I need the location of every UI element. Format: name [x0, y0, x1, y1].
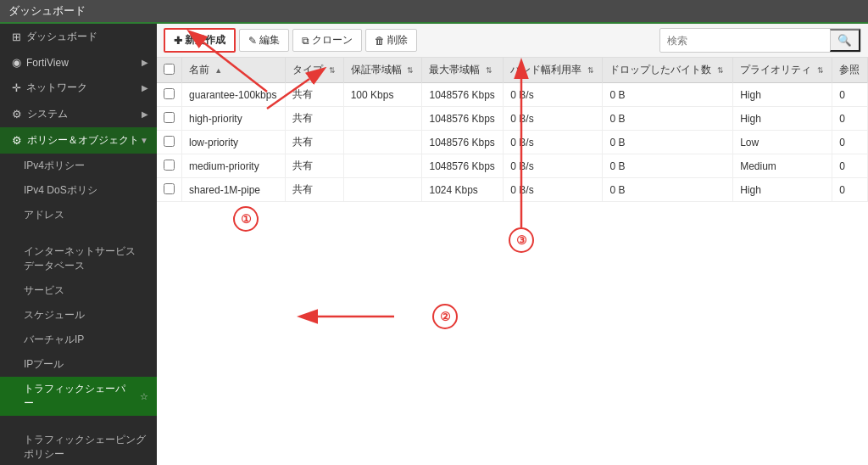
- sidebar-item-ipv4-policy[interactable]: IPv4ポリシー: [0, 154, 157, 178]
- col-dropped-bytes[interactable]: ドロップしたバイト数 ⇅: [603, 58, 733, 83]
- table-row[interactable]: shared-1M-pipe 共有 1024 Kbps 0 B/s 0 B Hi…: [157, 178, 868, 202]
- col-priority[interactable]: プライオリティ ⇅: [733, 58, 832, 83]
- cell-priority: Low: [733, 131, 832, 154]
- col-max-bw-label: 最大帯域幅: [429, 64, 480, 76]
- sidebar-item-traffic-shaper[interactable]: トラフィックシェーパー ☆: [0, 377, 157, 416]
- col-reference-label: 参照: [839, 64, 860, 76]
- sub-item-label: インターネットサービス データベース: [24, 245, 136, 272]
- fortiview-icon: ◉: [12, 56, 21, 69]
- table-row[interactable]: low-priority 共有 1048576 Kbps 0 B/s 0 B L…: [157, 131, 868, 154]
- table-row[interactable]: guarantee-100kbps 共有 100 Kbps 1048576 Kb…: [157, 83, 868, 107]
- sidebar-item-virtual-ip[interactable]: バーチャルIP: [0, 328, 157, 352]
- sidebar-item-ip-pool[interactable]: IPプール: [0, 352, 157, 377]
- cell-dropped-bytes: 0 B: [603, 83, 733, 107]
- sort-icon: ⇅: [407, 66, 414, 75]
- row-checkbox[interactable]: [164, 136, 175, 147]
- sidebar-item-label: ダッシュボード: [26, 30, 97, 44]
- checkbox-header[interactable]: [157, 58, 182, 83]
- cell-bw-util: 0 B/s: [504, 107, 603, 131]
- chevron-icon: ▶: [142, 83, 148, 92]
- cell-priority: High: [733, 107, 832, 131]
- edit-button[interactable]: ✎ 編集: [239, 29, 289, 52]
- chevron-down-icon: ▼: [140, 136, 148, 145]
- system-icon: ⚙: [12, 108, 22, 120]
- row-checkbox[interactable]: [164, 183, 175, 194]
- sub-item-label: IPv4ポリシー: [24, 160, 85, 171]
- col-bw-util[interactable]: バンド幅利用率 ⇅: [504, 58, 603, 83]
- sidebar-item-system[interactable]: ⚙ システム ▶: [0, 101, 157, 127]
- cell-bw-util: 0 B/s: [504, 131, 603, 154]
- table-row[interactable]: high-priority 共有 1048576 Kbps 0 B/s 0 B …: [157, 107, 868, 131]
- cell-name: medium-priority: [182, 154, 286, 178]
- sidebar-item-address[interactable]: アドレス: [0, 203, 157, 227]
- sidebar-item-network[interactable]: ✛ ネットワーク ▶: [0, 75, 157, 101]
- sub-item-label: スケジュール: [24, 309, 85, 321]
- sidebar-item-schedule[interactable]: スケジュール: [0, 303, 157, 328]
- plus-icon: ✚: [174, 35, 182, 47]
- toolbar: ✚ 新規作成 ✎ 編集 ⧉ クローン 🗑 削除: [157, 24, 868, 58]
- sidebar-item-policy-objects[interactable]: ⚙ ポリシー＆オブジェクト ▼: [0, 127, 157, 154]
- row-checkbox-cell[interactable]: [157, 178, 182, 202]
- row-checkbox[interactable]: [164, 112, 175, 123]
- new-button-label: 新規作成: [185, 33, 225, 48]
- clone-button[interactable]: ⧉ クローン: [292, 29, 362, 52]
- cell-max-bw: 1048576 Kbps: [422, 154, 504, 178]
- sidebar: ⊞ ダッシュボード ◉ FortiView ▶ ✛ ネットワーク ▶ ⚙ システ…: [0, 24, 157, 465]
- sidebar-item-internet-service[interactable]: インターネットサービス データベース: [0, 227, 157, 278]
- col-bw-util-label: バンド幅利用率: [510, 64, 581, 76]
- cell-dropped-bytes: 0 B: [603, 107, 733, 131]
- sidebar-item-service[interactable]: サービス: [0, 278, 157, 303]
- cell-priority: High: [733, 178, 832, 202]
- row-checkbox[interactable]: [164, 160, 175, 171]
- row-checkbox[interactable]: [164, 88, 175, 99]
- cell-name: low-priority: [182, 131, 286, 154]
- sub-item-label: サービス: [24, 284, 64, 296]
- cell-priority: High: [733, 83, 832, 107]
- search-button[interactable]: 🔍: [830, 29, 860, 52]
- delete-button[interactable]: 🗑 削除: [365, 29, 417, 52]
- table-row[interactable]: medium-priority 共有 1048576 Kbps 0 B/s 0 …: [157, 154, 868, 178]
- cell-type: 共有: [286, 83, 343, 107]
- sort-icon: ⇅: [717, 66, 724, 75]
- cell-name: high-priority: [182, 107, 286, 131]
- new-button[interactable]: ✚ 新規作成: [164, 28, 236, 53]
- sort-icon: ▲: [214, 66, 222, 75]
- cell-name: shared-1M-pipe: [182, 178, 286, 202]
- row-checkbox-cell[interactable]: [157, 107, 182, 131]
- cell-type: 共有: [286, 178, 343, 202]
- col-reference[interactable]: 参照: [832, 58, 868, 83]
- network-icon: ✛: [12, 81, 21, 94]
- sort-icon: ⇅: [486, 66, 492, 75]
- sort-icon: ⇅: [329, 66, 336, 75]
- cell-max-bw: 1048576 Kbps: [422, 107, 504, 131]
- cell-priority: Medium: [733, 154, 832, 178]
- sidebar-item-ipv4-dos[interactable]: IPv4 DoSポリシ: [0, 178, 157, 203]
- cell-reference: 0: [832, 131, 868, 154]
- sidebar-item-traffic-shaping-policy[interactable]: トラフィックシェーピング ポリシー: [0, 416, 157, 465]
- select-all-checkbox[interactable]: [164, 64, 175, 75]
- cell-guaranteed-bw: [343, 154, 422, 178]
- col-name[interactable]: 名前 ▲: [182, 58, 286, 83]
- table-container: 名前 ▲ タイプ ⇅ 保証帯域幅 ⇅: [157, 58, 868, 465]
- cell-reference: 0: [832, 178, 868, 202]
- cell-max-bw: 1024 Kbps: [422, 178, 504, 202]
- dashboard-icon: ⊞: [12, 31, 21, 43]
- delete-icon: 🗑: [375, 35, 385, 47]
- cell-dropped-bytes: 0 B: [603, 154, 733, 178]
- col-max-bw[interactable]: 最大帯域幅 ⇅: [422, 58, 504, 83]
- delete-button-label: 削除: [387, 33, 408, 48]
- col-guaranteed-bw[interactable]: 保証帯域幅 ⇅: [343, 58, 422, 83]
- sub-item-label: IPv4 DoSポリシ: [24, 184, 97, 196]
- table-header: 名前 ▲ タイプ ⇅ 保証帯域幅 ⇅: [157, 58, 868, 83]
- sidebar-item-fortiview[interactable]: ◉ FortiView ▶: [0, 50, 157, 75]
- sidebar-item-dashboard[interactable]: ⊞ ダッシュボード: [0, 24, 157, 50]
- row-checkbox-cell[interactable]: [157, 131, 182, 154]
- col-type[interactable]: タイプ ⇅: [286, 58, 343, 83]
- search-input[interactable]: [660, 31, 830, 50]
- row-checkbox-cell[interactable]: [157, 83, 182, 107]
- sidebar-item-label: FortiView: [26, 57, 69, 69]
- cell-name: guarantee-100kbps: [182, 83, 286, 107]
- star-icon[interactable]: ☆: [140, 391, 148, 402]
- row-checkbox-cell[interactable]: [157, 154, 182, 178]
- cell-max-bw: 1048576 Kbps: [422, 131, 504, 154]
